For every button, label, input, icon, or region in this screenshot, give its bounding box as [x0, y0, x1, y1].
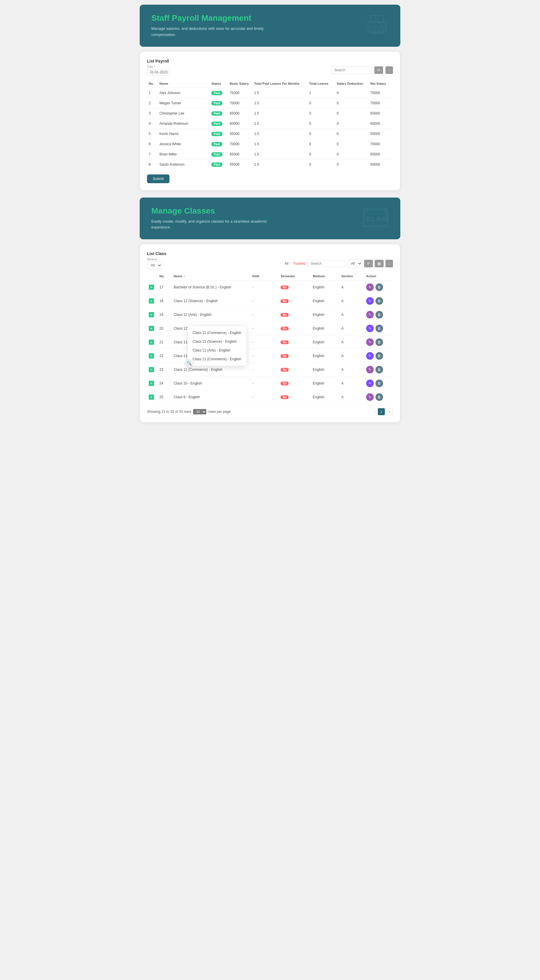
- delete-button[interactable]: 🗑: [376, 311, 383, 318]
- status-badge: Paid: [211, 111, 222, 116]
- classes-view-button[interactable]: ▦: [374, 260, 384, 267]
- cell-total-leaves: 0: [307, 129, 335, 139]
- payroll-search-input[interactable]: [331, 66, 372, 74]
- delete-button[interactable]: 🗑: [376, 338, 383, 346]
- edit-button[interactable]: ✎: [366, 338, 374, 346]
- expand-button[interactable]: +: [149, 367, 154, 372]
- delete-button[interactable]: 🗑: [376, 283, 383, 291]
- semester-badge: No: [280, 340, 288, 344]
- payroll-export-button[interactable]: ↓: [385, 66, 393, 74]
- expand-button[interactable]: +: [149, 353, 154, 358]
- dropdown-item-2[interactable]: Class 11 (Science) - English: [188, 337, 246, 346]
- semester-badge: No: [280, 395, 288, 399]
- delete-button[interactable]: 🗑: [376, 352, 383, 360]
- payroll-table-row: 4 Amanda Robinson Paid 60000 1.5 0 0 600…: [147, 118, 393, 129]
- cell-total-leaves: 0: [307, 108, 335, 118]
- cell-medium: English: [311, 322, 339, 336]
- cell-medium: English: [311, 336, 339, 349]
- edit-button[interactable]: ✎: [366, 297, 374, 305]
- cell-paid-leaves: 1.5: [252, 149, 307, 159]
- cell-shift: -: [250, 390, 279, 404]
- filter-medium-select[interactable]: All: [147, 261, 162, 269]
- expand-button[interactable]: +: [149, 339, 154, 345]
- trashed-link[interactable]: Trashed: [293, 261, 306, 266]
- expand-button[interactable]: +: [149, 381, 154, 386]
- expand-button[interactable]: +: [149, 285, 154, 290]
- cell-section: A: [339, 322, 365, 336]
- cell-basic-salary: 60000: [228, 118, 252, 129]
- cell-status: Paid: [210, 149, 228, 159]
- payroll-hero-title: Staff Payroll Management: [151, 13, 389, 23]
- edit-button[interactable]: ✎: [366, 352, 374, 360]
- cell-semester: No: [279, 363, 311, 377]
- cell-medium: English: [311, 363, 339, 377]
- payroll-table-row: 8 Sarah Anderson Paid 55000 1.5 0 0 5500…: [147, 159, 393, 169]
- classes-filter-dropdown[interactable]: All: [347, 260, 362, 267]
- page-next-button[interactable]: ›: [386, 408, 393, 415]
- all-link[interactable]: All: [284, 261, 288, 266]
- cell-section: A: [339, 390, 365, 404]
- cell-total-leaves: 0: [307, 149, 335, 159]
- expand-button[interactable]: +: [149, 326, 154, 331]
- cell-paid-leaves: 1.5: [252, 88, 307, 98]
- cell-net-salary: 70000: [368, 139, 393, 149]
- col-header-deduction: Salary Deduction: [335, 80, 368, 88]
- classes-refresh-button[interactable]: ⟳: [364, 260, 373, 267]
- col-header-no: No.: [147, 80, 158, 88]
- cell-basic-salary: 70000: [228, 139, 252, 149]
- delete-button[interactable]: 🗑: [376, 380, 383, 387]
- payroll-table: No. Name Status Basic Salary Total Paid …: [147, 80, 393, 170]
- col-class-name-header: Name ↕: [172, 272, 250, 280]
- cell-name: Christopher Lee: [158, 108, 210, 118]
- edit-button[interactable]: ✎: [366, 380, 374, 387]
- page-1-button[interactable]: 1: [378, 408, 385, 415]
- cell-expand: +: [147, 308, 158, 322]
- delete-button[interactable]: 🗑: [376, 297, 383, 305]
- cell-class-name: Class 12 (Arts) - English: [172, 308, 250, 322]
- payroll-submit-button[interactable]: Submit: [147, 175, 169, 183]
- cell-paid-leaves: 1.5: [252, 129, 307, 139]
- dropdown-item-4[interactable]: Class 11 (Commerce) - English: [188, 355, 246, 363]
- svg-point-5: [381, 24, 382, 25]
- cell-shift: -: [250, 294, 279, 308]
- cell-section: A: [339, 280, 365, 294]
- edit-button[interactable]: ✎: [366, 311, 374, 318]
- edit-button[interactable]: ✎: [366, 366, 374, 374]
- classes-filter-right: All | Trashed All ⟳ ▦ ↓: [284, 260, 393, 267]
- payroll-table-row: 6 Jessica White Paid 70000 1.5 0 0 70000: [147, 139, 393, 149]
- cell-semester: No: [279, 280, 311, 294]
- cell-no: 4: [147, 118, 158, 129]
- dropdown-item-1[interactable]: Class 12 (Commerce) - English: [188, 328, 246, 337]
- cell-status: Paid: [210, 159, 228, 169]
- payroll-refresh-button[interactable]: ⟳: [374, 66, 383, 74]
- cell-expand: +: [147, 377, 158, 390]
- cell-class-no: 21: [158, 336, 172, 349]
- all-trashed-links: All | Trashed: [284, 261, 306, 266]
- cell-action: ✎ 🗑: [365, 294, 393, 308]
- edit-button[interactable]: ✎: [366, 283, 374, 291]
- svg-text:$: $: [374, 17, 376, 20]
- semester-badge: No: [280, 299, 288, 303]
- rows-per-page-select[interactable]: 20: [193, 409, 207, 415]
- dropdown-item-3[interactable]: Class 11 (Arts) - English: [188, 346, 246, 355]
- payroll-title-white: Management: [199, 13, 251, 22]
- cell-paid-leaves: 1.5: [252, 139, 307, 149]
- cell-deduction: 0: [335, 149, 368, 159]
- cell-semester: No: [279, 322, 311, 336]
- edit-button[interactable]: ✎: [366, 393, 374, 401]
- cell-total-leaves: 0: [307, 118, 335, 129]
- expand-button[interactable]: +: [149, 298, 154, 304]
- classes-title-white: Manage: [151, 206, 184, 215]
- expand-button[interactable]: +: [149, 395, 154, 400]
- edit-button[interactable]: ✎: [366, 325, 374, 332]
- classes-search-input[interactable]: [307, 260, 346, 267]
- col-class-no-header: No.: [158, 272, 172, 280]
- cell-medium: English: [311, 377, 339, 390]
- delete-button[interactable]: 🗑: [376, 325, 383, 332]
- cell-section: A: [339, 377, 365, 390]
- expand-button[interactable]: +: [149, 312, 154, 317]
- delete-button[interactable]: 🗑: [376, 393, 383, 401]
- classes-export-button[interactable]: ↓: [385, 260, 393, 267]
- delete-button[interactable]: 🗑: [376, 366, 383, 374]
- cell-semester: No: [279, 294, 311, 308]
